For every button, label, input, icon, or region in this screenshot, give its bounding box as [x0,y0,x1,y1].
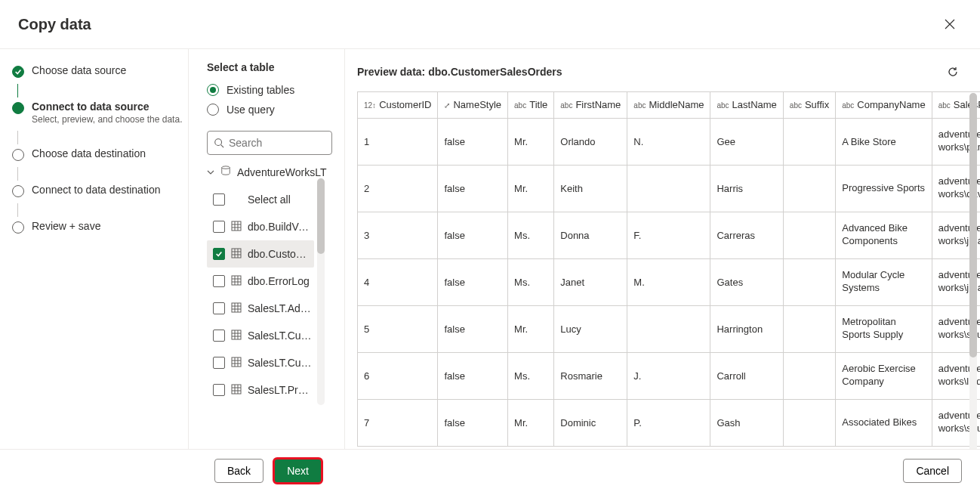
checkbox-icon [213,275,225,287]
filled-circle-icon [12,102,24,114]
column-header[interactable]: abcTitle [508,92,554,118]
table-row[interactable]: 6falseMs.RosmarieJ.CarrollAerobic Exerci… [358,352,980,399]
cell: 7 [358,399,438,446]
close-button[interactable] [938,12,962,36]
table-row[interactable]: 3falseMs.DonnaF.CarrerasAdvanced Bike Co… [358,212,980,258]
cell [783,352,835,399]
column-label: Title [529,99,547,110]
table-row[interactable]: 1falseMr.OrlandoN.GeeA Bike Storeadventu… [358,118,980,165]
table-row[interactable]: 4falseMs.JanetM.GatesModular Cycle Syste… [358,258,980,305]
table-row[interactable]: 2falseMr.KeithHarrisProgressive Sportsad… [358,165,980,212]
step-connect-destination[interactable]: Connect to data destination [12,184,188,197]
main-scrollbar[interactable] [969,93,977,449]
copy-data-dialog: Copy data Choose data source Connect to … [0,0,980,492]
checkbox-icon [213,330,225,342]
column-label: MiddleName [649,99,704,110]
cancel-button[interactable]: Cancel [903,459,962,483]
radio-unselected-icon [207,104,219,116]
empty-circle-icon [12,185,24,197]
table-row[interactable]: dbo.BuildVe... [207,213,314,240]
column-header[interactable]: abcSuffix [783,92,835,118]
table-row[interactable]: SalesLT.Cust... [207,322,314,349]
scrollbar-thumb[interactable] [317,178,325,254]
dialog-footer: Back Next Cancel [0,449,980,492]
radio-use-query[interactable]: Use query [207,104,332,116]
cell: Orlando [554,118,627,165]
table-row[interactable]: dbo.Custom... [207,240,314,268]
cell: false [438,352,508,399]
cell: 3 [358,212,438,258]
cell: Aerobic Exercise Company [836,352,932,399]
column-header[interactable]: abcMiddleName [627,92,710,118]
checkbox-icon [213,384,225,396]
table-icon [231,384,242,397]
cell: F. [627,212,710,258]
cell: Modular Cycle Systems [836,258,932,305]
preview-title: Preview data: dbo.CustomerSalesOrders [357,66,562,78]
cell [783,305,835,352]
cell: M. [627,258,710,305]
svg-point-2 [222,166,230,169]
preview-grid[interactable]: 12↕CustomerID⤢NameStyleabcTitleabcFirstN… [357,91,980,447]
cell: Carroll [710,352,783,399]
table-row[interactable]: dbo.ErrorLog [207,268,314,295]
select-table-title: Select a table [207,61,332,73]
dialog-header: Copy data [0,0,980,49]
step-review-save[interactable]: Review + save [12,220,188,234]
cell [783,165,835,212]
radio-selected-icon [207,84,219,96]
dialog-title: Copy data [18,16,91,33]
column-header[interactable]: abcCompanyName [836,92,932,118]
step-connect-source[interactable]: Connect to data source Select, preview, … [12,101,188,125]
select-all-row[interactable]: Select all [207,186,314,213]
column-label: NameStyle [453,99,501,110]
cell: Ms. [508,352,554,399]
checkbox-icon [213,357,225,369]
column-header[interactable]: abcLastName [710,92,783,118]
cell: Dominic [554,399,627,446]
column-label: CompanyName [857,99,925,110]
table-list: Select alldbo.BuildVe...dbo.Custom...dbo… [207,186,314,405]
table-label: dbo.BuildVe... [248,221,313,233]
table-row[interactable]: SalesLT.Add... [207,295,314,322]
cell: 6 [358,352,438,399]
table-label: SalesLT.Cust... [248,357,313,369]
column-header[interactable]: 12↕CustomerID [358,92,438,118]
cell: Mr. [508,118,554,165]
step-choose-source[interactable]: Choose data source [12,64,188,78]
cell: 2 [358,165,438,212]
preview-table: 12↕CustomerID⤢NameStyleabcTitleabcFirstN… [358,92,980,447]
table-row[interactable]: SalesLT.Pro... [207,376,314,404]
radio-existing-tables[interactable]: Existing tables [207,84,332,96]
type-icon: 12↕ [364,101,376,110]
next-button[interactable]: Next [274,459,322,483]
cell [783,118,835,165]
dialog-body: Choose data source Connect to data sourc… [0,49,980,449]
cell [783,258,835,305]
database-node[interactable]: AdventureWorksLT [207,166,332,178]
svg-point-0 [215,139,222,146]
type-icon: ⤢ [444,101,450,110]
cell: Keith [554,165,627,212]
table-tree: AdventureWorksLT Select alldbo.BuildVe..… [207,166,332,449]
scrollbar-thumb[interactable] [969,93,977,357]
cell: Progressive Sports [836,165,932,212]
column-header[interactable]: abcFirstName [554,92,627,118]
cell: Ms. [508,212,554,258]
table-row[interactable]: SalesLT.Cust... [207,349,314,376]
search-input[interactable] [229,137,361,149]
table-row[interactable]: 5falseMr.LucyHarringtonMetropolitan Spor… [358,305,980,352]
search-icon [214,138,224,148]
close-icon [945,19,955,29]
step-choose-destination[interactable]: Choose data destination [12,147,188,161]
database-icon [220,166,231,178]
back-button[interactable]: Back [214,459,263,483]
column-header[interactable]: ⤢NameStyle [438,92,508,118]
search-input-wrapper[interactable] [207,131,332,155]
checkbox-icon [213,248,225,260]
cell: false [438,399,508,446]
cell: Ms. [508,258,554,305]
refresh-button[interactable] [942,61,963,82]
table-row[interactable]: 7falseMr.DominicP.GashAssociated Bikesad… [358,399,980,446]
table-scrollbar[interactable] [317,178,325,405]
